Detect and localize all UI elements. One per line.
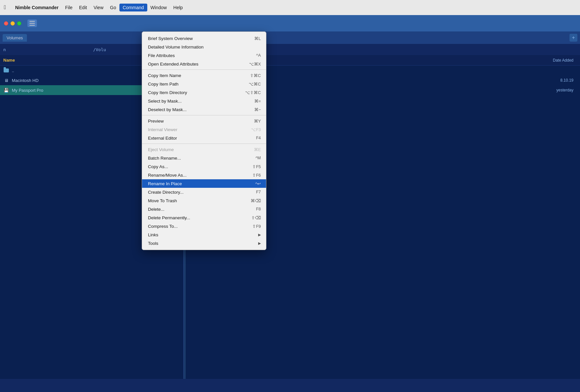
menu-section-3: Preview ⌘Y Internal Viewer ⌥F3 External …: [142, 115, 266, 143]
item-shortcut: ⇧F9: [252, 224, 261, 229]
menu-item-compress-to[interactable]: Compress To... ⇧F9: [142, 222, 266, 230]
menu-item-rename-move-as[interactable]: Rename/Move As... ⇧F6: [142, 171, 266, 179]
menu-item-tools[interactable]: Tools ▶: [142, 239, 266, 247]
item-label: Rename/Move As...: [148, 173, 246, 178]
item-shortcut: ⌘L: [254, 36, 261, 41]
drive-icon: 🖥: [3, 77, 9, 83]
item-shortcut: F7: [256, 190, 261, 194]
item-label: Delete...: [148, 207, 249, 212]
menu-item-links[interactable]: Links ▶: [142, 230, 266, 239]
file-date: yesterday: [270, 88, 577, 92]
menu-item-copy-item-name[interactable]: Copy Item Name ⇧⌘C: [142, 71, 266, 80]
menubar:  Nimble Commander File Edit View Go Com…: [0, 0, 580, 15]
left-n-label: n: [3, 47, 6, 52]
apple-logo-icon[interactable]: : [4, 4, 6, 11]
menu-command[interactable]: Command: [119, 4, 147, 11]
maximize-button[interactable]: [17, 21, 21, 26]
menu-item-preview[interactable]: Preview ⌘Y: [142, 117, 266, 125]
menu-item-deselect-by-mask[interactable]: Deselect by Mask... ⌘−: [142, 105, 266, 114]
item-shortcut: ⌥⌘C: [249, 82, 261, 87]
close-button[interactable]: [4, 21, 8, 26]
menu-item-delete[interactable]: Delete... F8: [142, 205, 266, 213]
item-label: Copy As...: [148, 164, 246, 169]
item-label: Rename In Place: [148, 181, 249, 186]
hamburger-line: [30, 23, 35, 24]
item-shortcut: ⌘Y: [254, 119, 261, 124]
item-shortcut: ⌘⌫: [251, 198, 261, 203]
bottom-bar: [0, 379, 580, 392]
menu-window[interactable]: Window: [147, 4, 170, 11]
menu-item-move-to-trash[interactable]: Move To Trash ⌘⌫: [142, 196, 266, 205]
menu-item-internal-viewer: Internal Viewer ⌥F3: [142, 125, 266, 134]
item-label: Select by Mask...: [148, 99, 248, 104]
menu-item-batch-rename[interactable]: Batch Rename... ^M: [142, 154, 266, 162]
item-label: Compress To...: [148, 224, 246, 229]
item-shortcut: ⇧⌘C: [250, 73, 261, 78]
menu-item-external-editor[interactable]: External Editor F4: [142, 134, 266, 142]
item-shortcut: ⇧⌫: [251, 215, 261, 220]
item-label: Move To Trash: [148, 198, 244, 203]
item-label: Delete Permanently...: [148, 215, 245, 220]
item-label: Links: [148, 232, 258, 237]
drive-icon: 💾: [3, 87, 9, 93]
item-label: Internal Viewer: [148, 127, 244, 132]
menu-item-file-attributes[interactable]: File Attributes ^A: [142, 51, 266, 60]
add-tab-button[interactable]: +: [570, 34, 577, 42]
item-shortcut: ^↩: [255, 181, 261, 186]
menu-file[interactable]: File: [62, 4, 76, 11]
file-name: My Passport Pro: [12, 88, 43, 93]
item-shortcut: F8: [256, 207, 261, 211]
menu-item-copy-item-path[interactable]: Copy Item Path ⌥⌘C: [142, 80, 266, 88]
item-shortcut: ⇧F5: [252, 164, 261, 169]
submenu-arrow-icon: ▶: [258, 233, 261, 237]
panels-container: Volumes n /Volu Name ▲ ..: [0, 31, 580, 379]
hamburger-button[interactable]: [27, 19, 37, 27]
menu-item-rename-in-place[interactable]: Rename In Place ^↩: [142, 179, 266, 188]
menu-section-2: Copy Item Name ⇧⌘C Copy Item Path ⌥⌘C Co…: [142, 69, 266, 114]
minimize-button[interactable]: [10, 21, 15, 26]
menu-item-select-by-mask[interactable]: Select by Mask... ⌘=: [142, 97, 266, 105]
item-shortcut: F4: [256, 136, 261, 140]
item-shortcut: ^M: [256, 156, 261, 160]
item-label: Create Directory...: [148, 190, 249, 195]
menu-item-create-directory[interactable]: Create Directory... F7: [142, 188, 266, 196]
menu-help[interactable]: Help: [170, 4, 186, 11]
traffic-lights: [4, 21, 21, 26]
item-label: Tools: [148, 241, 258, 246]
command-dropdown-menu: Brief System Overview ⌘L Detailed Volume…: [142, 31, 266, 250]
item-label: Brief System Overview: [148, 36, 248, 41]
folder-icon: [3, 68, 9, 73]
item-shortcut: ⌘−: [254, 107, 261, 112]
menu-item-eject-volume: Eject Volume ⌘E: [142, 145, 266, 154]
file-name: Macintosh HD: [12, 78, 39, 83]
submenu-arrow-icon: ▶: [258, 241, 261, 245]
menu-item-copy-as[interactable]: Copy As... ⇧F5: [142, 162, 266, 171]
menu-item-detailed-volume[interactable]: Detailed Volume Information: [142, 43, 266, 51]
left-path-label: /Volu: [93, 47, 106, 52]
menu-view[interactable]: View: [90, 4, 107, 11]
item-shortcut: ⌘E: [254, 147, 261, 152]
menu-section-4: Eject Volume ⌘E Batch Rename... ^M Copy …: [142, 144, 266, 248]
item-shortcut: ^A: [256, 53, 261, 58]
item-label: Copy Item Directory: [148, 90, 238, 95]
titlebar: [0, 15, 580, 31]
right-col-date: Date Added: [261, 58, 577, 63]
item-shortcut: ⌥F3: [251, 127, 261, 132]
menu-section-1: Brief System Overview ⌘L Detailed Volume…: [142, 33, 266, 69]
menu-item-brief-system-overview[interactable]: Brief System Overview ⌘L: [142, 34, 266, 43]
left-tab-volumes[interactable]: Volumes: [3, 34, 27, 42]
item-label: Copy Item Path: [148, 82, 242, 87]
item-label: Copy Item Name: [148, 73, 243, 78]
app-body: Volumes n /Volu Name ▲ ..: [0, 31, 580, 392]
hamburger-line: [30, 21, 35, 22]
menu-go[interactable]: Go: [107, 4, 119, 11]
menu-item-open-extended-attributes[interactable]: Open Extended Attributes ⌥⌘X: [142, 60, 266, 68]
item-label: File Attributes: [148, 53, 250, 58]
menu-item-copy-item-directory[interactable]: Copy Item Directory ⌥⇧⌘C: [142, 88, 266, 97]
item-label: Open Extended Attributes: [148, 62, 242, 67]
file-date: 8.10.19: [270, 78, 577, 83]
item-shortcut: ⌘=: [254, 99, 261, 104]
menu-item-delete-permanently[interactable]: Delete Permanently... ⇧⌫: [142, 213, 266, 222]
menu-edit[interactable]: Edit: [76, 4, 90, 11]
item-label: External Editor: [148, 136, 249, 141]
